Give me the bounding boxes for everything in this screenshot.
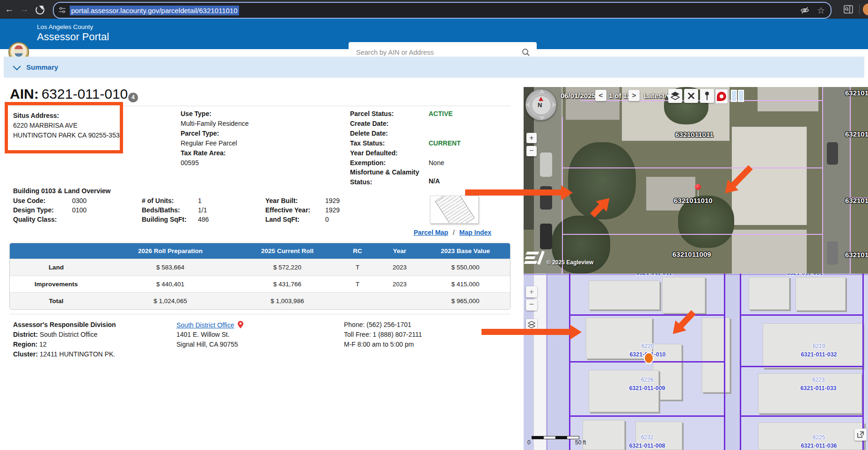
compass-up-arrow[interactable] xyxy=(539,90,545,93)
compass-right-arrow[interactable] xyxy=(553,102,556,108)
nav-assessor-internal[interactable]: Assessor Intern xyxy=(827,48,868,56)
impr-label: Improvements xyxy=(10,281,102,288)
parcel-boundary xyxy=(547,274,547,450)
bookmark-star-icon[interactable]: ☆ xyxy=(817,5,825,16)
office-link-row: South District Office xyxy=(176,321,243,329)
exemption-label: Exemption: xyxy=(350,159,386,167)
office-tollfree: Toll Free: 1 (888) 807-2111 xyxy=(344,331,422,338)
aerial-parcel-label-clipped: 6321011 xyxy=(845,130,868,138)
parcel-boundary xyxy=(740,314,864,316)
nav-map-search[interactable]: Map Search xyxy=(788,48,824,56)
parcel-basemap[interactable]: 6321-011-011 6321-011-031 6220 6321-011-… xyxy=(524,274,868,450)
house-number: 6220 xyxy=(615,343,680,349)
eagleview-logo xyxy=(526,252,545,266)
parcel-status-label: Parcel Status: xyxy=(350,110,394,117)
prev-image-button[interactable]: < xyxy=(595,90,606,101)
aerial-parcel-label: 6321011009 xyxy=(672,250,711,258)
compass-n-label: N xyxy=(538,102,542,109)
reload-button[interactable] xyxy=(36,6,44,15)
units-value: 1 xyxy=(198,197,202,204)
sidebar-search-icon[interactable] xyxy=(844,5,853,14)
office-hours: M-F 8:00 am to 5:00 pm xyxy=(344,341,414,348)
back-button[interactable]: ← xyxy=(3,3,16,16)
parcel-map-thumbnail[interactable] xyxy=(430,196,479,224)
annotation-highlight-box xyxy=(5,102,123,153)
tools-button[interactable] xyxy=(684,89,698,103)
impr-2025: $ 431,766 xyxy=(238,281,336,288)
parcel-building xyxy=(795,277,846,311)
beds-baths-value: 1/1 xyxy=(198,206,207,214)
link-separator: / xyxy=(453,229,455,236)
imagery-version-dropdown[interactable]: Latest ▾ xyxy=(644,92,670,100)
pdf-export-button[interactable] xyxy=(715,89,728,104)
portal-title: Assessor Portal xyxy=(37,31,109,43)
parcel-map-link[interactable]: Parcel Map xyxy=(414,229,448,236)
pin-icon xyxy=(703,91,711,101)
district-label: District: xyxy=(13,331,38,338)
parcel-boundary xyxy=(740,274,741,450)
forward-button[interactable]: → xyxy=(18,3,31,16)
parcel-building xyxy=(702,318,730,392)
page-title: AIN:6321-011-010 xyxy=(10,86,128,102)
land-2026: $ 583,664 xyxy=(102,264,238,271)
search-input[interactable] xyxy=(355,48,522,57)
exemption-value: None xyxy=(429,159,444,167)
summary-section-toggle[interactable]: Summary xyxy=(4,57,864,78)
tax-status-label: Tax Status: xyxy=(350,139,385,147)
map-pin-icon xyxy=(238,321,243,328)
building-sqft-label: Building SqFt: xyxy=(142,216,187,223)
split-view-button[interactable] xyxy=(731,90,745,102)
table-header-row: 2026 Roll Preparation 2025 Current Roll … xyxy=(10,243,510,259)
eye-off-icon[interactable] xyxy=(800,6,810,15)
district-office-link[interactable]: South District Office xyxy=(176,321,234,329)
aerial-zoom-in-button[interactable]: + xyxy=(526,133,537,143)
thumbnail-drawing xyxy=(435,196,474,224)
parcel-boundary xyxy=(740,415,864,417)
compass-down-arrow[interactable] xyxy=(539,116,545,120)
parcel-status-value: ACTIVE xyxy=(429,110,452,117)
pin-button[interactable] xyxy=(700,89,714,103)
compass-north-needle xyxy=(539,97,543,101)
basemap-zoom-out-button[interactable]: − xyxy=(526,299,537,311)
use-type-label: Use Type: xyxy=(181,110,212,117)
tax-rate-area-value: 00595 xyxy=(181,159,199,167)
tune-icon[interactable] xyxy=(58,7,66,14)
parcel-apn-label: 6321-011-032 xyxy=(786,351,852,358)
layers-button[interactable] xyxy=(668,89,682,103)
map-index-link[interactable]: Map Index xyxy=(460,229,491,236)
delete-date-label: Delete Date: xyxy=(350,130,388,137)
misfortune-calamity-value: N/A xyxy=(429,177,440,185)
quality-class-label: Quality Class: xyxy=(13,216,57,223)
ain-count-badge: 4 xyxy=(128,93,138,102)
imagery-date: 06/01/2025 xyxy=(561,92,596,100)
logo-bar xyxy=(524,261,538,264)
compass-left-arrow[interactable] xyxy=(526,102,529,108)
table-row-improvements: Improvements $ 440,401 $ 431,766 T 2023 … xyxy=(10,276,510,292)
effective-year-label: Effective Year: xyxy=(265,206,310,214)
units-label: # of Units: xyxy=(142,197,174,204)
parcel-apn-label: 6321-011-033 xyxy=(786,385,851,392)
search-icon[interactable] xyxy=(522,48,530,57)
house-number: 6232 xyxy=(614,434,680,441)
aerial-map[interactable]: 6321011011 6321011010 6321011009 6321011… xyxy=(524,87,868,274)
header-rc: RC xyxy=(336,247,379,254)
url-bar[interactable]: portal.assessor.lacounty.gov/parceldetai… xyxy=(53,2,832,19)
house-number: 6223 xyxy=(786,377,851,383)
profile-avatar[interactable] xyxy=(863,3,868,15)
design-type-label: Design Type: xyxy=(13,206,54,214)
house-number: 6219 xyxy=(786,343,852,349)
selected-parcel-dot xyxy=(644,352,654,364)
division-region: Region: 12 xyxy=(13,341,47,348)
aerial-parcel-label-clipped: 6321011 xyxy=(845,196,868,204)
next-image-button[interactable]: > xyxy=(628,90,640,101)
aerial-zoom-out-button[interactable]: − xyxy=(526,146,537,156)
compass-control[interactable]: N xyxy=(525,89,556,120)
beds-baths-label: Beds/Baths: xyxy=(142,206,180,214)
land-base: $ 550,000 xyxy=(421,264,510,271)
basemap-zoom-in-button[interactable]: + xyxy=(526,286,537,298)
map-car xyxy=(540,152,552,177)
assessor-portal-page: ← → portal.assessor.lacounty.gov/parceld… xyxy=(0,0,868,450)
cluster-label: Cluster: xyxy=(13,350,38,358)
open-external-button[interactable] xyxy=(854,428,867,441)
year-built-value: 1929 xyxy=(325,197,340,204)
